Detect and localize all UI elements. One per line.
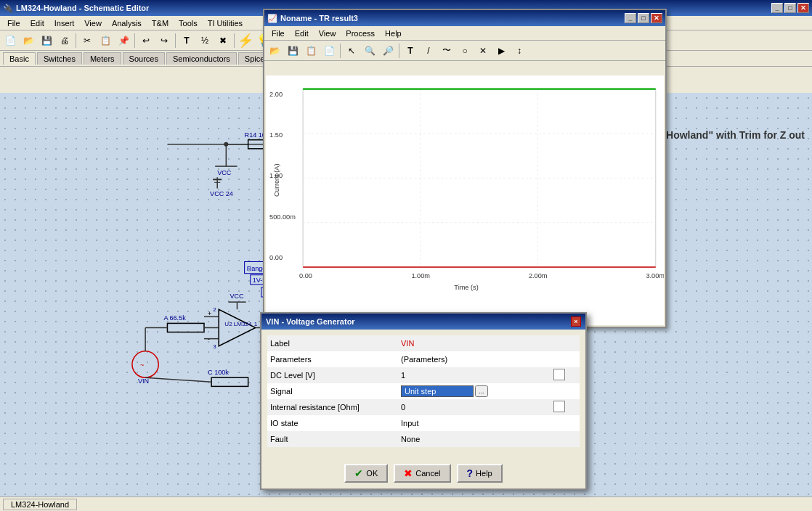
cancel-icon: ✖ [404, 467, 413, 479]
chart-area[interactable]: 2.00 1.50 1.00 500.00m 0.00 Current (A) [266, 75, 664, 325]
tr-open-btn[interactable]: 📂 [266, 42, 283, 60]
prop-value-label: VIN [398, 335, 551, 351]
prop-value-io-state: Input [398, 415, 551, 431]
tr-close-button[interactable]: ✕ [651, 13, 662, 23]
tab-semiconductors[interactable]: Semiconductors [166, 52, 237, 65]
save-button[interactable]: 💾 [38, 32, 55, 49]
tr-menu-edit[interactable]: Edit [291, 28, 313, 38]
tr-circle-btn[interactable]: ○ [456, 42, 474, 60]
toolbar-sep-1 [76, 33, 76, 48]
comp-btn-1[interactable]: ⚡ [237, 32, 254, 49]
dc-level-checkbox[interactable] [553, 369, 565, 380]
svg-rect-56 [211, 377, 248, 386]
x-axis-title: Time (s) [454, 284, 478, 291]
vin-dialog-title-bar: VIN - Voltage Generator × [261, 314, 585, 330]
tr-wave-btn[interactable]: 〜 [438, 42, 455, 60]
vin-close-button[interactable]: × [571, 316, 581, 327]
svg-text:1: 1 [254, 321, 258, 327]
tr-arrow-btn[interactable]: ↕ [511, 42, 528, 60]
svg-text:U2 LM324: U2 LM324 [224, 321, 252, 327]
main-close-button[interactable]: ✕ [797, 3, 809, 13]
prop-value-fault: None [398, 431, 551, 447]
prop-row-signal: Signal Unit step ... [267, 383, 580, 399]
tr-title-text: 📈 Noname - TR result3 [267, 14, 358, 23]
menu-ti-utilities[interactable]: TI Utilities [203, 18, 247, 28]
howland-text: "Howland" with Trim for Z out [661, 129, 805, 141]
new-button[interactable]: 📄 [1, 32, 19, 49]
tr-copy-btn[interactable]: 📋 [302, 42, 320, 60]
internal-resistance-checkbox[interactable] [553, 401, 565, 412]
tr-menu-bar: File Edit View Process Help [264, 26, 665, 41]
tr-copy2-btn[interactable]: 📄 [320, 42, 338, 60]
menu-tools[interactable]: Tools [174, 18, 202, 28]
tr-window-icon: 📈 [267, 14, 277, 23]
ok-label: OK [366, 469, 378, 478]
svg-text:C 100k: C 100k [208, 369, 229, 376]
cancel-label: Cancel [415, 469, 440, 478]
main-minimize-button[interactable]: _ [771, 3, 783, 13]
svg-text:A 66.5k: A 66.5k [163, 314, 186, 322]
prop-label-signal: Signal [267, 383, 398, 399]
print-button[interactable]: 🖨 [56, 32, 73, 49]
tr-save-btn[interactable]: 💾 [284, 42, 301, 60]
y-mid3-label: 500.00m [269, 213, 296, 221]
tab-sources[interactable]: Sources [123, 52, 165, 65]
vin-dialog-body: Label VIN Parameters (Parameters) DC Lev… [261, 330, 585, 453]
tab-switches[interactable]: Switches [37, 52, 82, 65]
tr-zoomin-btn[interactable]: 🔍 [361, 42, 378, 60]
menu-edit[interactable]: Edit [26, 18, 49, 28]
cross-button[interactable]: ✖ [214, 32, 232, 49]
tr-cross-btn[interactable]: ✕ [474, 42, 492, 60]
ok-icon: ✔ [354, 467, 363, 479]
svg-text:2: 2 [213, 306, 216, 313]
menu-tm[interactable]: T&M [147, 18, 173, 28]
redo-button[interactable]: ↪ [155, 32, 173, 49]
tr-toolbar: 📂 💾 📋 📄 ↖ 🔍 🔎 T / 〜 ○ ✕ ▶ ↕ [264, 41, 665, 61]
paste-button[interactable]: 📌 [115, 32, 132, 49]
x-label-3: 3.00m [646, 272, 664, 279]
prop-value-dc-level: 1 [398, 367, 551, 383]
copy-button[interactable]: 📋 [97, 32, 114, 49]
help-icon: ? [467, 467, 474, 479]
toolbar-sep-2 [134, 33, 135, 48]
tr-maximize-button[interactable]: □ [638, 13, 649, 23]
svg-rect-48 [167, 323, 204, 332]
open-button[interactable]: 📂 [20, 32, 37, 49]
svg-point-52 [132, 351, 158, 377]
prop-row-fault: Fault None [267, 431, 580, 447]
ok-button[interactable]: ✔ OK [344, 464, 388, 483]
svg-text:-: - [208, 335, 210, 343]
main-maximize-button[interactable]: □ [784, 3, 796, 13]
cancel-button[interactable]: ✖ Cancel [394, 464, 450, 483]
svg-text:+: + [208, 310, 211, 317]
help-label: Help [476, 469, 492, 478]
tr-menu-file[interactable]: File [267, 28, 289, 38]
tr-line-btn[interactable]: / [420, 42, 437, 60]
undo-button[interactable]: ↩ [137, 32, 155, 49]
signal-input[interactable]: Unit step [401, 385, 474, 397]
tr-cursor-btn[interactable]: ↖ [343, 42, 360, 60]
menu-analysis[interactable]: Analysis [107, 18, 146, 28]
menu-insert[interactable]: Insert [50, 18, 79, 28]
tab-basic[interactable]: Basic [3, 52, 36, 65]
fraction-button[interactable]: ½ [196, 32, 214, 49]
tab-meters[interactable]: Meters [84, 52, 121, 65]
tr-menu-help[interactable]: Help [381, 28, 406, 38]
menu-file[interactable]: File [3, 18, 25, 28]
help-button[interactable]: ? Help [457, 464, 503, 483]
prop-row-parameters: Parameters (Parameters) [267, 351, 580, 367]
tr-marker-btn[interactable]: ▶ [492, 42, 510, 60]
x-label-1: 1.00m [411, 272, 430, 279]
signal-edit-button[interactable]: ... [475, 385, 488, 397]
tr-minimize-button[interactable]: _ [625, 13, 636, 23]
tr-menu-view[interactable]: View [314, 28, 341, 38]
prop-label-internal-resistance: Internal resistance [Ohm] [267, 399, 398, 415]
tr-menu-process[interactable]: Process [341, 28, 379, 38]
menu-view[interactable]: View [80, 18, 106, 28]
schematic-tab[interactable]: LM324-Howland [3, 499, 77, 510]
text-button[interactable]: T [178, 32, 195, 49]
prop-value-parameters: (Parameters) [398, 351, 551, 367]
cut-button[interactable]: ✂ [78, 32, 96, 49]
tr-text-btn[interactable]: T [402, 42, 419, 60]
tr-zoomout-btn[interactable]: 🔎 [379, 42, 397, 60]
